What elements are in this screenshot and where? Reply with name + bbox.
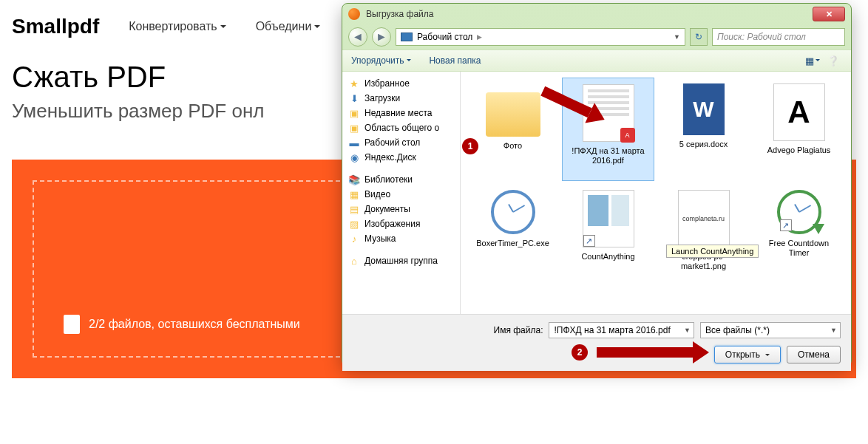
- tree-label: Документы: [365, 204, 410, 214]
- dialog-bottom: Имя файла: !ПФХД на 31 марта 2016.pdf▼ В…: [342, 314, 851, 371]
- word-icon: W: [683, 83, 725, 135]
- folder-icon: [486, 92, 540, 137]
- tree-label: Яндекс.Диск: [365, 152, 416, 163]
- tree-images[interactable]: ▨Изображения: [345, 216, 457, 231]
- search-input[interactable]: Поиск: Рабочий стол: [712, 28, 845, 46]
- help-button[interactable]: ❔: [824, 52, 842, 69]
- tree-documents[interactable]: ▤Документы: [345, 202, 457, 216]
- files-remaining-text: 2/2 файлов, оставшихся бесплатными: [89, 318, 300, 331]
- open-button[interactable]: Открыть: [714, 346, 781, 363]
- file-name: 5 серия.docx: [679, 140, 728, 149]
- breadcrumb-text: Рабочий стол: [417, 32, 472, 42]
- file-item-docx[interactable]: W 5 серия.docx: [657, 78, 750, 181]
- pdf-badge-icon: A: [620, 128, 635, 143]
- folder-icon: ▣: [348, 107, 360, 119]
- tree-label: Видео: [365, 189, 390, 199]
- refresh-button[interactable]: ↻: [690, 28, 708, 46]
- download-icon: ⬇: [348, 92, 360, 104]
- document-icon: ▤: [348, 203, 360, 215]
- png-thumb: complaneta.ru: [678, 190, 730, 247]
- files-icon: [64, 315, 80, 334]
- files-remaining: 2/2 файлов, оставшихся бесплатными: [64, 315, 300, 334]
- file-item-exe[interactable]: BoxerTimer_PC.exe: [467, 184, 559, 287]
- file-dialog: Выгрузка файла ✕ ◄ ► Рабочий стол ▶ ▼ ↻ …: [342, 3, 852, 366]
- app-icon: A: [773, 83, 825, 141]
- filetype-filter[interactable]: Все файлы (*.*)▼: [700, 322, 841, 338]
- tree-label: Рабочий стол: [365, 137, 420, 148]
- image-icon: ▨: [348, 218, 360, 230]
- chevron-right-icon[interactable]: ▶: [477, 33, 482, 41]
- file-item-app[interactable]: A Advego Plagiatus: [753, 78, 845, 181]
- tree-music[interactable]: ♪Музыка: [345, 231, 457, 246]
- new-folder-button[interactable]: Новая папка: [429, 55, 481, 66]
- tooltip: Launch CountAnything: [666, 245, 759, 258]
- open-label: Открыть: [725, 349, 760, 360]
- file-name: Advego Plagiatus: [767, 146, 831, 155]
- firefox-icon: [348, 8, 360, 20]
- breadcrumb-dropdown-icon[interactable]: ▼: [674, 33, 680, 41]
- star-icon: ★: [348, 78, 360, 89]
- file-name: !ПФХД на 31 марта 2016.pdf: [568, 146, 649, 165]
- dropdown-icon[interactable]: ▼: [684, 327, 691, 334]
- library-icon: 📚: [348, 174, 360, 185]
- nav-merge[interactable]: Объедини: [256, 20, 321, 33]
- tree-homegroup[interactable]: ⌂Домашняя группа: [345, 253, 457, 268]
- back-button[interactable]: ◄: [348, 27, 367, 47]
- dropdown-icon[interactable]: [765, 354, 770, 358]
- tree-label: Избранное: [365, 78, 410, 89]
- file-item-shortcut[interactable]: ↗ CountAnything: [562, 184, 654, 287]
- tree-label: Загрузки: [365, 93, 400, 103]
- dropdown-icon[interactable]: ▼: [830, 327, 837, 334]
- organize-menu[interactable]: Упорядочить: [351, 55, 411, 66]
- organize-label: Упорядочить: [351, 55, 404, 66]
- homegroup-icon: ⌂: [348, 255, 360, 267]
- tree-downloads[interactable]: ⬇Загрузки: [345, 91, 457, 106]
- video-icon: ▦: [348, 188, 360, 200]
- nav-row: ◄ ► Рабочий стол ▶ ▼ ↻ Поиск: Рабочий ст…: [342, 24, 851, 49]
- tree-label: Область общего о: [365, 123, 439, 133]
- tree-recent[interactable]: ▣Недавние места: [345, 106, 457, 120]
- shortcut-icon: ↗: [583, 235, 595, 247]
- music-icon: ♪: [348, 233, 360, 245]
- file-name: Free Countdown Timer: [759, 239, 840, 258]
- filename-input[interactable]: !ПФХД на 31 марта 2016.pdf▼: [549, 322, 694, 338]
- titlebar[interactable]: Выгрузка файла ✕: [342, 4, 851, 24]
- tree-shared[interactable]: ▣Область общего о: [345, 120, 457, 135]
- nav-merge-label: Объедини: [256, 20, 312, 33]
- folder-icon: ▣: [348, 122, 360, 134]
- file-item-png[interactable]: complaneta.ru cropped-pc-market1.png: [657, 184, 750, 287]
- file-item-pdf[interactable]: A !ПФХД на 31 марта 2016.pdf: [562, 78, 654, 181]
- nav-convert[interactable]: Конвертировать: [129, 20, 226, 33]
- annotation-marker-1: 1: [462, 138, 478, 154]
- filter-value: Все файлы (*.*): [705, 325, 770, 335]
- tree-favorites[interactable]: ★Избранное: [345, 76, 457, 91]
- tree-yandex-disk[interactable]: ◉Яндекс.Диск: [345, 150, 457, 165]
- file-name: BoxerTimer_PC.exe: [476, 239, 549, 248]
- tree-label: Изображения: [365, 219, 420, 229]
- cancel-button[interactable]: Отмена: [787, 346, 841, 363]
- tree-label: Музыка: [365, 233, 396, 244]
- app-thumb: ↗: [583, 190, 634, 247]
- breadcrumb[interactable]: Рабочий стол ▶ ▼: [396, 28, 685, 46]
- nav-tree: ★Избранное ⬇Загрузки ▣Недавние места ▣Об…: [342, 72, 461, 314]
- tree-desktop[interactable]: ▬Рабочий стол: [345, 135, 457, 150]
- view-options-button[interactable]: ▦: [804, 52, 821, 69]
- desktop-icon: [401, 33, 413, 41]
- close-button[interactable]: ✕: [813, 7, 845, 21]
- tree-libraries[interactable]: 📚Библиотеки: [345, 172, 457, 187]
- nav-convert-label: Конвертировать: [129, 20, 217, 33]
- desktop-icon: ▬: [348, 137, 360, 148]
- thumb-text: complaneta.ru: [682, 215, 725, 223]
- shortcut-icon: ↗: [780, 219, 792, 231]
- annotation-marker-2: 2: [572, 344, 588, 361]
- dialog-title: Выгрузка файла: [366, 9, 434, 19]
- toolbar: Упорядочить Новая папка ▦ ❔: [342, 49, 851, 72]
- tree-video[interactable]: ▦Видео: [345, 187, 457, 202]
- file-grid: Фото A !ПФХД на 31 марта 2016.pdf W 5 се…: [461, 72, 851, 314]
- annotation-arrow-2: [597, 347, 693, 358]
- forward-button[interactable]: ►: [372, 27, 391, 47]
- file-item-timer[interactable]: ↗ Free Countdown Timer: [753, 184, 845, 287]
- file-name: Фото: [503, 141, 522, 151]
- logo[interactable]: Smallpdf: [12, 15, 99, 38]
- tree-label: Домашняя группа: [365, 256, 438, 266]
